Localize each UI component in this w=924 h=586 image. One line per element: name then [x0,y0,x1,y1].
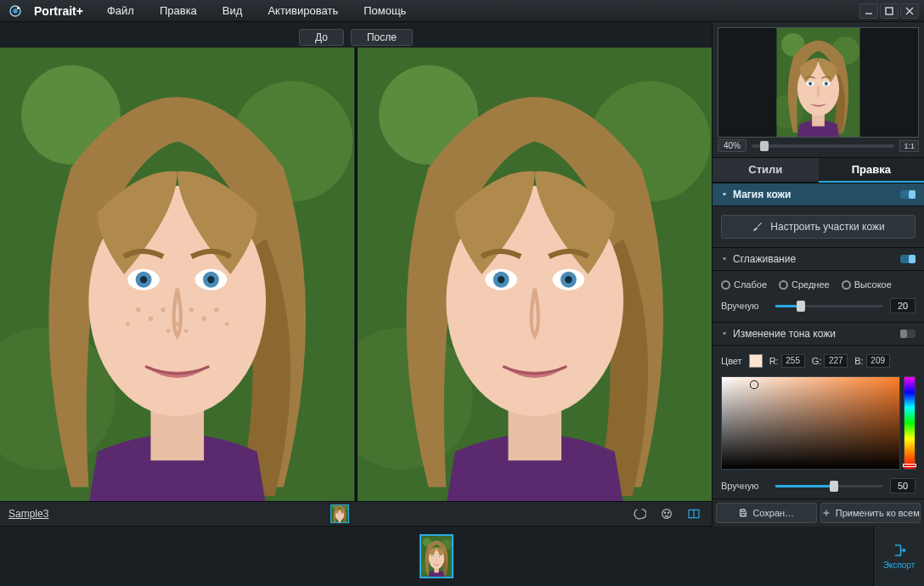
smoothing-manual-slider[interactable] [775,305,883,307]
floppy-icon [738,508,748,518]
skin-tone-toggle[interactable] [900,330,916,338]
menu-activate[interactable]: Активировать [264,3,341,19]
minimize-button[interactable] [859,3,878,19]
section-skin-tone-title: Изменение тона кожи [733,328,836,340]
tab-styles[interactable]: Стили [713,157,819,183]
menu-file[interactable]: Файл [104,3,138,19]
tab-edit[interactable]: Правка [819,157,925,183]
close-button[interactable] [900,3,919,19]
color-label: Цвет [721,356,742,366]
section-skin-magic-header[interactable]: Магия кожи [713,183,924,206]
apply-to-all-button[interactable]: Применить ко всем [820,503,921,523]
menu-help[interactable]: Помощь [360,3,409,19]
smoothing-high-radio[interactable]: Высокое [842,279,892,290]
compare-icon[interactable] [630,504,649,523]
detected-face-thumb[interactable] [330,504,349,523]
smoothing-medium-radio[interactable]: Среднее [779,279,830,290]
color-r-value[interactable]: 255 [781,354,805,368]
section-skin-magic-title: Магия кожи [733,189,791,200]
menu-view[interactable]: Вид [219,3,246,19]
before-label: До [299,29,344,46]
save-button[interactable]: Сохран… [716,503,817,523]
brush-icon [752,221,763,233]
section-skin-tone-header[interactable]: Изменение тона кожи [713,322,924,346]
svg-point-32 [668,512,668,513]
skin-tone-manual-label: Вручную [721,481,769,491]
zoom-slider[interactable] [752,144,894,148]
color-g-value[interactable]: 227 [824,354,848,368]
smoothing-weak-radio[interactable]: Слабое [721,279,767,290]
titlebar: Portrait+ Файл Правка Вид Активировать П… [0,0,924,22]
color-sv-picker[interactable] [721,376,900,470]
svg-rect-35 [741,510,745,512]
app-title: Portrait+ [34,4,83,18]
split-view-icon[interactable] [685,504,703,523]
film-strip [0,527,873,586]
svg-point-24 [13,8,17,13]
window-controls [859,3,919,19]
smoothing-manual-value[interactable]: 20 [890,298,916,313]
color-b-value[interactable]: 209 [866,354,890,368]
after-pane[interactable] [358,48,713,501]
zoom-value: 40% [718,139,747,152]
menu-bar: Файл Правка Вид Активировать Помощь [104,3,409,19]
svg-point-25 [17,7,20,9]
image-viewer: До После Sample3 [0,22,712,527]
app-logo-icon [8,4,22,18]
navigator-preview[interactable] [718,27,919,138]
smoothing-preset-radios: Слабое Среднее Высокое [721,279,916,290]
skin-tone-manual-slider[interactable] [775,485,883,487]
after-label: После [351,29,413,46]
svg-point-31 [664,512,665,513]
adjust-skin-areas-button[interactable]: Настроить участки кожи [721,215,916,239]
smoothing-manual-label: Вручную [721,301,769,311]
menu-edit[interactable]: Правка [156,3,200,19]
smoothing-toggle[interactable] [900,255,916,263]
side-tabs: Стили Правка [713,157,924,183]
export-button[interactable]: Экспорт [873,527,924,586]
side-panel: 40% 1:1 Стили Правка Магия кожи Настроит… [712,22,924,527]
sample-name-link[interactable]: Sample3 [8,508,48,520]
section-smoothing-title: Сглаживание [733,253,796,265]
maximize-button[interactable] [880,3,899,19]
sample-toolbar: Sample3 [0,501,712,527]
svg-rect-27 [886,8,893,14]
plus-icon [821,508,831,518]
before-pane[interactable] [0,48,355,501]
export-icon [892,543,907,558]
bottom-bar: Экспорт [0,527,924,586]
face-detect-icon[interactable] [657,504,676,523]
section-smoothing-header[interactable]: Сглаживание [713,247,924,271]
skin-tone-manual-value[interactable]: 50 [890,478,916,493]
svg-point-30 [662,510,672,519]
color-hue-slider[interactable] [904,376,916,470]
skin-magic-toggle[interactable] [900,190,916,199]
color-swatch[interactable] [749,354,763,368]
film-strip-thumb[interactable] [420,534,454,578]
fit-one-to-one-button[interactable]: 1:1 [899,140,919,152]
svg-rect-36 [741,514,745,516]
